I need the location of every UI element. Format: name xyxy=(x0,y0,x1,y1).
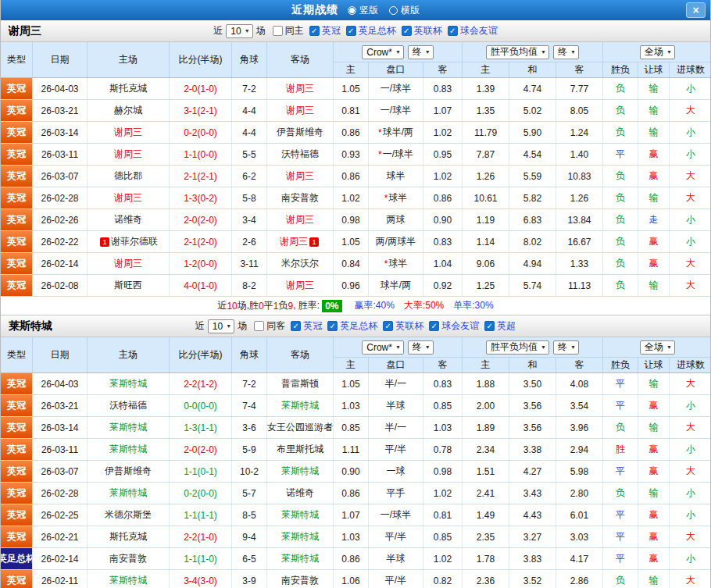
match-date: 26-02-26 xyxy=(32,209,87,230)
filter-checkbox-3[interactable]: ✓英联杯 xyxy=(402,24,442,37)
cell-text: 平 xyxy=(616,465,625,478)
ah-home-odds: 0.96 xyxy=(333,275,368,296)
league-type: 英冠 xyxy=(1,395,32,416)
cell-text: 0.85 xyxy=(341,422,359,433)
match-score: 1-3(1-1) xyxy=(169,417,231,438)
col-ah-away: 客 xyxy=(423,357,462,372)
cell-text: 普雷斯顿 xyxy=(281,377,319,390)
handicap-result: 赢 xyxy=(638,548,669,569)
col-avg-draw: 和 xyxy=(509,62,556,77)
summary-text: 场,胜 xyxy=(238,299,259,312)
match-row: 英冠26-03-14莱斯特城1-3(1-1)3-6女王公园巡游者0.85半/一1… xyxy=(1,417,710,439)
horizontal-layout-radio[interactable]: 横版 xyxy=(389,4,420,17)
filter-checkbox-4[interactable]: ✓球会友谊 xyxy=(448,24,498,37)
ah-home-odds: 1.02 xyxy=(333,187,368,208)
cell-text: 5.02 xyxy=(523,105,541,116)
avg-lose-odds: 1.24 xyxy=(556,122,602,143)
over-under-result: 小 xyxy=(669,483,711,504)
filter-checkboxes: 同客✓英冠✓英足总杯✓英联杯✓球会友谊✓英超 xyxy=(254,319,516,333)
radio-dot xyxy=(349,8,355,13)
cell-text: 26-03-21 xyxy=(41,105,78,116)
filter-checkbox-2[interactable]: ✓英足总杯 xyxy=(346,24,396,37)
corner-score: 5-8 xyxy=(231,187,266,208)
avg-win-odds: 2.36 xyxy=(462,570,509,588)
cell-text: 26-03-21 xyxy=(41,401,78,412)
cell-text: 英冠 xyxy=(7,126,26,139)
match-count-select[interactable]: 10▼ xyxy=(226,24,252,38)
league-type: 英冠 xyxy=(1,253,32,274)
filter-checkbox-5[interactable]: ✓英超 xyxy=(484,319,516,333)
vertical-layout-radio[interactable]: 竖版 xyxy=(348,4,378,17)
filter-checkbox-2[interactable]: ✓英足总杯 xyxy=(327,319,377,333)
bookmaker-select[interactable]: Crow*▼ xyxy=(362,340,404,355)
corner-score: 4-4 xyxy=(231,122,266,143)
cell-text: 小 xyxy=(686,508,695,522)
checkbox-icon: ✓ xyxy=(383,321,393,331)
avg-type-select[interactable]: 胜平负均值▼ xyxy=(486,45,549,59)
cell-text: 沃特福德 xyxy=(281,148,319,161)
filter-checkbox-1[interactable]: ✓英冠 xyxy=(309,24,341,37)
match-row: 英冠26-03-07伊普斯维奇1-1(0-1)10-2莱斯特城0.90一球0.9… xyxy=(1,461,710,483)
bookmaker-select[interactable]: Crow*▼ xyxy=(362,45,404,59)
over-under-result: 大 xyxy=(669,100,711,121)
handicap-result: 赢 xyxy=(638,144,669,165)
ah-home-odds: 0.86 xyxy=(333,122,368,143)
avg-type-select[interactable]: 胜平负均值▼ xyxy=(486,340,549,355)
col-ah-home: 主 xyxy=(333,62,368,77)
odds-stage-select[interactable]: 终▼ xyxy=(408,45,434,59)
league-type: 英冠 xyxy=(1,209,32,230)
summary-stat: 赢率:40% xyxy=(355,299,395,312)
match-date: 26-02-08 xyxy=(32,275,87,296)
cell-text: 平/半 xyxy=(385,574,406,587)
checkbox-icon: ✓ xyxy=(429,321,439,331)
cell-text: 3.83 xyxy=(523,554,541,565)
cell-text: 26-02-11 xyxy=(41,576,78,586)
cell-text: 0.92 xyxy=(434,280,452,291)
avg-lose-odds: 8.05 xyxy=(556,100,602,121)
cell-text: 小 xyxy=(686,82,695,95)
odds-stage-select[interactable]: 终▼ xyxy=(408,340,434,355)
col-ah-home: 主 xyxy=(333,357,368,372)
filter-checkbox-0[interactable]: 同客 xyxy=(254,319,285,333)
cell-text: 0.86 xyxy=(341,488,359,499)
cell-text: 平手 xyxy=(387,486,406,500)
filter-checkbox-1[interactable]: ✓英冠 xyxy=(291,319,322,333)
match-date: 26-04-03 xyxy=(32,78,87,99)
avg-stage-select[interactable]: 终▼ xyxy=(553,340,579,355)
checkbox-label: 英联杯 xyxy=(395,319,423,333)
ah-handicap: 平/半 xyxy=(368,570,423,588)
corner-score: 5-7 xyxy=(231,483,266,504)
home-team: 斯旺西 xyxy=(87,275,169,296)
avg-stage-select[interactable]: 终▼ xyxy=(553,45,579,59)
scope-select[interactable]: 全场▼ xyxy=(640,45,675,59)
away-team: 谢周三 xyxy=(266,275,333,296)
league-type: 英足总杯 xyxy=(1,548,32,569)
match-date: 26-03-11 xyxy=(32,144,87,165)
scope-select[interactable]: 全场▼ xyxy=(640,340,675,355)
cell-text: 负 xyxy=(616,104,625,117)
away-team: 谢周三 xyxy=(266,78,333,99)
match-score: 1-1(1-1) xyxy=(169,504,231,526)
cell-text: 4.17 xyxy=(570,554,588,565)
close-button[interactable]: × xyxy=(686,2,706,18)
cell-text: 英冠 xyxy=(7,213,26,226)
cell-text: 米尔沃尔 xyxy=(281,257,319,270)
cell-text: 0.86 xyxy=(341,171,359,182)
cell-text: 米德尔斯堡 xyxy=(105,508,152,522)
filter-checkbox-4[interactable]: ✓球会友谊 xyxy=(429,319,479,333)
cell-text: 英冠 xyxy=(7,508,26,522)
ah-handicap: 半/一 xyxy=(368,417,423,438)
checkbox-label: 同客 xyxy=(266,319,285,333)
cell-text: 莱斯特城 xyxy=(281,465,319,478)
avg-type-value: 胜平负均值 xyxy=(491,45,538,59)
filter-checkbox-0[interactable]: 同主 xyxy=(273,24,304,37)
match-row: 英冠26-02-14谢周三1-2(0-0)3-11米尔沃尔0.84*球半1.04… xyxy=(1,253,710,275)
filter-checkbox-3[interactable]: ✓英联杯 xyxy=(383,319,423,333)
cell-text: 小 xyxy=(686,235,695,248)
cell-text: 26-04-03 xyxy=(41,379,78,390)
avg-draw-odds: 3.56 xyxy=(509,417,556,438)
match-score: 1-1(0-1) xyxy=(169,461,231,482)
cell-text: 诺维奇 xyxy=(114,213,142,226)
handicap-result: 输 xyxy=(638,78,669,99)
match-count-select[interactable]: 10▼ xyxy=(208,319,234,333)
